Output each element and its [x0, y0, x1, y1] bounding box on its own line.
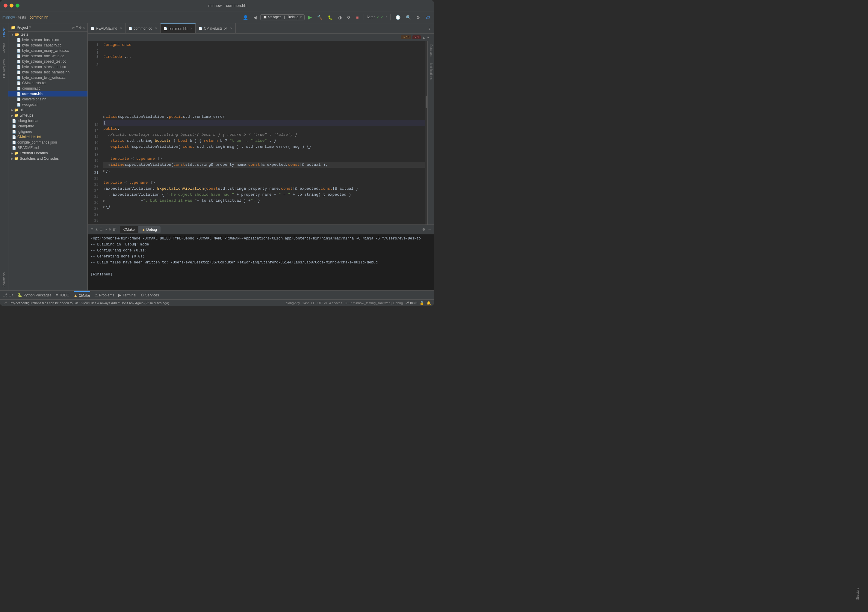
tree-folder-tests[interactable]: ▼ 📂 tests — [8, 32, 87, 37]
bottom-trash-button[interactable]: 🗑 — [113, 227, 116, 231]
tree-file-cmakelists-root[interactable]: 📄 CMakeLists.txt — [8, 134, 87, 140]
terminal-icon: ▶ — [118, 293, 121, 297]
tool-tab-terminal[interactable]: ▶ Terminal — [118, 292, 136, 298]
status-encoding[interactable]: LF — [311, 301, 315, 305]
tab-readme[interactable]: 📄 README.md ✕ — [88, 23, 126, 34]
sidebar-item-pull-requests[interactable]: Pull Requests — [1, 56, 7, 81]
status-charset[interactable]: UTF-8 — [318, 301, 327, 305]
tool-tab-todo[interactable]: ≡ TODO — [56, 292, 70, 298]
tool-tab-git[interactable]: ⎇ Git — [3, 292, 13, 298]
settings-button[interactable]: ⚙ — [415, 14, 422, 21]
search-button[interactable]: 🔍 — [404, 14, 413, 21]
tree-file-compile-commands[interactable]: 📄 compile_commands.json — [8, 140, 87, 145]
bottom-filter-button[interactable]: ⚙ — [108, 227, 110, 231]
debug-button[interactable]: 🐛 — [326, 14, 335, 21]
git-status: Git: ✓ ✓ ↑ — [367, 15, 387, 20]
tree-folder-scratches[interactable]: ▶ 📁 Scratches and Consoles — [8, 156, 87, 161]
bottom-scroll-up-button[interactable]: ▲ — [96, 227, 98, 231]
tab-close-common-cc[interactable]: ✕ — [155, 27, 157, 30]
profile-button[interactable]: 👤 — [241, 14, 250, 21]
warnings-nav-up[interactable]: ▲ — [422, 36, 425, 39]
status-clang-tidy[interactable]: .clang-tidy — [285, 301, 300, 305]
tree-file-cmakelists-tests[interactable]: 📄 CMakeLists.txt — [8, 80, 87, 86]
tree-folder-writeups[interactable]: ▶ 📁 writeups — [8, 113, 87, 118]
tree-close-button[interactable]: ✕ — [83, 25, 85, 30]
branch-icon: ⎇ — [405, 301, 409, 304]
tab-close-common-hh[interactable]: ✕ — [190, 27, 192, 30]
tree-file-gitignore[interactable]: 📄 .gitignore — [8, 129, 87, 134]
sidebar-item-commit[interactable]: Commit — [1, 40, 7, 56]
maximize-button[interactable] — [16, 4, 19, 8]
tree-file-webget-sh[interactable]: 📄 webget.sh — [8, 102, 87, 107]
close-button[interactable] — [4, 4, 8, 8]
coverage-button[interactable]: ◑ — [336, 14, 344, 21]
code-line-20: template < typename T> — [103, 156, 425, 162]
tab-more-button[interactable]: ⋮ — [425, 26, 434, 31]
bottom-wrap-button[interactable]: ↵ — [105, 227, 107, 231]
tree-file-byte-stream-stress-test[interactable]: 📄 byte_stream_stress_test.cc — [8, 64, 87, 70]
tree-file-byte-stream-one-write[interactable]: 📄 byte_stream_one_write.cc — [8, 53, 87, 59]
tree-file-conversions-hh[interactable]: 📄 conversions.hh — [8, 96, 87, 102]
build-button[interactable]: 🔨 — [315, 14, 324, 21]
status-bar-message: Project configurations files can be adde… — [9, 301, 282, 305]
code-editor[interactable]: 1 2 3 123 1 — [88, 41, 428, 224]
tool-tab-python[interactable]: 🐍 Python Packages — [17, 292, 51, 298]
tab-common-hh[interactable]: 📄 common.hh ✕ — [161, 23, 196, 34]
run-button[interactable]: ▶ — [306, 13, 314, 21]
bottom-clear-button[interactable]: ☰ — [99, 227, 103, 231]
sidebar-item-database[interactable]: Database — [428, 41, 434, 60]
tab-common-cc[interactable]: 📄 common.cc ✕ — [126, 23, 160, 34]
tree-file-clang-format[interactable]: 📄 .clang-format — [8, 118, 87, 123]
tree-settings-button[interactable]: ⚙ — [79, 25, 81, 30]
status-indent[interactable]: 4 spaces — [329, 301, 343, 305]
tree-file-byte-stream-speed-test[interactable]: 📄 byte_stream_speed_test.cc — [8, 59, 87, 64]
bottom-refresh-button[interactable]: ⟳ — [91, 227, 94, 231]
tool-tab-services[interactable]: ⚙ Services — [141, 292, 159, 298]
breadcrumb-file[interactable]: common.hh — [29, 15, 48, 20]
breadcrumb-folder[interactable]: tests — [18, 15, 26, 20]
tree-file-readme[interactable]: 📄 README.md — [8, 145, 87, 151]
sidebar-item-project[interactable]: Project — [1, 25, 7, 40]
bottom-tab-debug[interactable]: ▲ Debug — [138, 226, 161, 233]
tree-locate-button[interactable]: ◎ — [72, 25, 74, 30]
history-button[interactable]: 🕐 — [394, 14, 402, 21]
editor-scrollbar[interactable] — [425, 41, 428, 224]
tree-folder-external-libraries[interactable]: ▶ 📁 External Libraries — [8, 151, 87, 156]
run-config-selector[interactable]: 🔲 webget | Debug ▼ — [260, 14, 305, 20]
tool-tab-cmake[interactable]: ▲ CMake — [74, 291, 90, 299]
warnings-nav-down[interactable]: ▼ — [426, 36, 430, 39]
tree-file-byte-stream-many-writes[interactable]: 📄 byte_stream_many_writes.cc — [8, 48, 87, 53]
sidebar-item-notifications[interactable]: Notifications — [428, 60, 434, 82]
sidebar-item-bookmarks[interactable]: Bookmarks — [1, 269, 7, 290]
bottom-tab-cmake[interactable]: CMake — [120, 226, 138, 233]
tree-file-byte-stream-two-writes[interactable]: 📄 byte_stream_two_writes.cc — [8, 75, 87, 80]
tree-collapse-button[interactable]: ≡ — [76, 25, 78, 30]
warning-count-badge[interactable]: ⚠ 13 — [401, 35, 411, 39]
tree-file-common-cc[interactable]: 📄 common.cc — [8, 86, 87, 91]
tree-file-byte-stream-test-harness[interactable]: 📄 byte_stream_test_harness.hh — [8, 70, 87, 75]
tab-close-cmakelists[interactable]: ✕ — [230, 27, 232, 30]
error-count-badge[interactable]: ✕ 2 — [412, 35, 421, 39]
clion-button[interactable]: 🏷 — [424, 14, 432, 21]
tree-file-clang-tidy[interactable]: 📄 .clang-tidy — [8, 123, 87, 129]
tab-cmakelists[interactable]: 📄 CMakeLists.txt ✕ — [195, 23, 236, 34]
bottom-panel-minimize[interactable]: — — [429, 227, 431, 232]
line-number-gutter: 1 2 3 123 1 — [88, 41, 101, 224]
tree-file-byte-stream-basics[interactable]: 📄 byte_stream_basics.cc — [8, 37, 87, 43]
status-position[interactable]: 14:2 — [302, 301, 308, 305]
tree-folder-util[interactable]: ▶ 📁 util — [8, 107, 87, 113]
tree-file-byte-stream-capacity[interactable]: 📄 byte_stream_capacity.cc — [8, 43, 87, 48]
breadcrumb-project[interactable]: minnow — [2, 15, 15, 20]
stop-button[interactable]: ■ — [354, 14, 360, 21]
back-button[interactable]: ◀ — [252, 14, 259, 21]
status-lang[interactable]: C++: minnow_testing_sanitized | Debug — [345, 301, 403, 305]
tab-close-readme[interactable]: ✕ — [120, 27, 122, 30]
code-line-10 — [103, 96, 425, 102]
bottom-panel-settings[interactable]: ⚙ — [422, 227, 425, 232]
tree-file-common-hh[interactable]: 📄 common.hh — [8, 91, 87, 96]
tool-tab-problems[interactable]: ⚠ Problems — [95, 292, 115, 298]
profile-run-button[interactable]: ⟳ — [345, 14, 353, 21]
code-content[interactable]: #pragma once #include ... — [101, 41, 425, 224]
minimize-button[interactable] — [9, 4, 14, 8]
project-label[interactable]: Project — [17, 25, 28, 30]
